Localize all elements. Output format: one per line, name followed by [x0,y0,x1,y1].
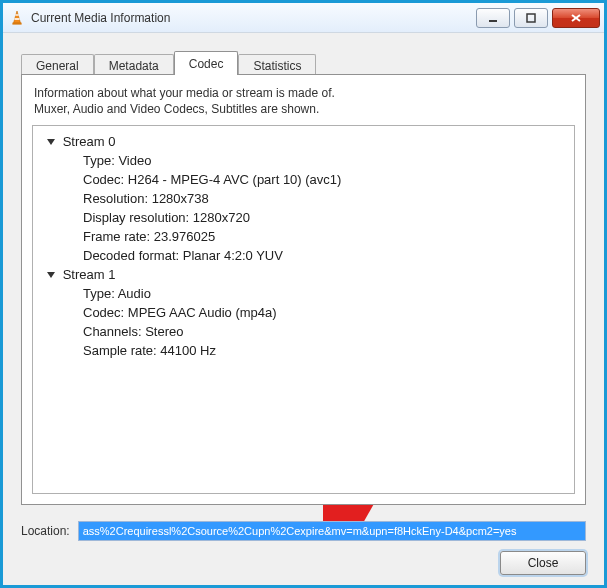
stream-1-type: Type: Audio [37,284,570,303]
codec-tree[interactable]: Stream 0 Type: Video Codec: H264 - MPEG-… [32,125,575,494]
svg-rect-1 [15,14,18,15]
stream-1-header[interactable]: Stream 1 [37,265,570,284]
location-row: Location: [21,521,586,541]
stream-0-type: Type: Video [37,151,570,170]
location-input[interactable] [78,521,586,541]
stream-0-name: Stream 0 [63,134,116,149]
window-titlebar: Current Media Information [3,3,604,33]
stream-1-srate: Sample rate: 44100 Hz [37,341,570,360]
stream-0-dres: Display resolution: 1280x720 [37,208,570,227]
minimize-button[interactable] [476,8,510,28]
stream-0-codec: Codec: H264 - MPEG-4 AVC (part 10) (avc1… [37,170,570,189]
stream-0-decfmt: Decoded format: Planar 4:2:0 YUV [37,246,570,265]
client-area: General Metadata Codec Statistics Inform… [3,33,604,585]
location-label: Location: [21,524,70,538]
stream-0-fps: Frame rate: 23.976025 [37,227,570,246]
stream-1-chan: Channels: Stereo [37,322,570,341]
svg-rect-4 [489,20,497,22]
tab-codec[interactable]: Codec [174,51,239,75]
tab-page-codec: Information about what your media or str… [21,74,586,505]
svg-marker-0 [14,11,21,23]
svg-rect-2 [14,18,19,20]
maximize-button[interactable] [514,8,548,28]
disclosure-triangle-icon [47,139,55,145]
tab-metadata[interactable]: Metadata [94,54,174,76]
window-close-button[interactable] [552,8,600,28]
stream-1-name: Stream 1 [63,267,116,282]
disclosure-triangle-icon [47,272,55,278]
stream-0-res: Resolution: 1280x738 [37,189,570,208]
tab-strip: General Metadata Codec Statistics [21,51,586,75]
svg-rect-5 [527,14,535,22]
vlc-cone-icon [9,10,25,26]
window-title: Current Media Information [31,11,476,25]
close-button[interactable]: Close [500,551,586,575]
stream-1-codec: Codec: MPEG AAC Audio (mp4a) [37,303,570,322]
tab-statistics[interactable]: Statistics [238,54,316,76]
stream-0-header[interactable]: Stream 0 [37,132,570,151]
tab-general[interactable]: General [21,54,94,76]
svg-rect-3 [12,22,21,24]
codec-hint: Information about what your media or str… [34,85,573,117]
